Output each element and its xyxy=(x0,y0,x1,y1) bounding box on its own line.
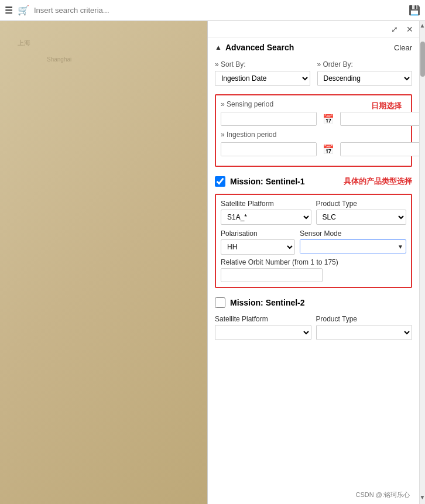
polarisation-select[interactable]: HH VV HH+HV VV+VH xyxy=(221,239,295,255)
product-type-label: Product Type xyxy=(316,200,407,208)
sentinel1-checkbox[interactable] xyxy=(215,176,225,187)
hamburger-icon[interactable]: ☰ xyxy=(5,5,13,16)
top-bar: ☰ 🛒 💾 xyxy=(0,0,425,21)
polarisation-label: Polarisation xyxy=(221,229,295,238)
orbit-label: Relative Orbit Number (from 1 to 175) xyxy=(221,258,406,266)
sensor-mode-group: Sensor Mode IW ▼ xyxy=(300,229,406,255)
sensing-date-row: 2022/09/01 📅 2023/09/21 📅 xyxy=(221,112,406,126)
search-input[interactable] xyxy=(34,6,404,15)
sentinel1-options-section: Satellite Platform S1A_* S1B_* ALL Produ… xyxy=(215,194,412,288)
sentinel2-grid: Satellite Platform Product Type xyxy=(215,315,412,340)
sort-order-row: » Sort By: Ingestion Date Sensing Date C… xyxy=(208,57,419,92)
sensing-start-calendar-icon[interactable]: 📅 xyxy=(320,112,337,126)
sentinel1-mission-label: Mission: Sentinel-1 xyxy=(230,177,305,186)
right-panel: ⤢ ✕ ▲ Advanced Search Clear » Sort By: xyxy=(207,21,419,504)
scrollbar-thumb[interactable] xyxy=(420,42,425,77)
order-select[interactable]: Descending Ascending xyxy=(317,71,413,86)
ingestion-end-wrap: 2023/09/21 xyxy=(340,142,419,156)
sensing-period-label: » Sensing period xyxy=(221,100,273,108)
sentinel1-mission-row: Mission: Sentinel-1 具体的产品类型选择 xyxy=(208,172,419,191)
orbit-input[interactable] xyxy=(221,268,323,282)
product-type-group: Product Type SLC GRD OCN xyxy=(316,200,407,225)
sensing-end-input[interactable]: 2023/09/21 xyxy=(341,112,419,125)
order-label: » Order By: xyxy=(317,60,413,68)
orbit-section: Relative Orbit Number (from 1 to 175) xyxy=(221,258,406,282)
sentinel2-options-section: Satellite Platform Product Type xyxy=(208,313,419,345)
sentinel1-annotation: 具体的产品类型选择 xyxy=(344,176,412,187)
sentinel2-checkbox[interactable] xyxy=(215,297,225,308)
s2-satellite-platform-group: Satellite Platform xyxy=(215,315,311,340)
ingestion-end-input[interactable]: 2023/09/21 xyxy=(341,143,419,156)
ingestion-period-label: » Ingestion period xyxy=(221,131,406,139)
s2-product-type-select[interactable] xyxy=(316,325,413,340)
ingestion-start-input[interactable]: 2022/09/01 xyxy=(221,143,316,156)
map-background: 上海 Shanghai xyxy=(0,21,207,504)
s2-product-type-group: Product Type xyxy=(316,315,413,340)
sentinel1-bottom-grid: Polarisation HH VV HH+HV VV+VH Sensor Mo… xyxy=(221,229,406,255)
scroll-down-arrow[interactable]: ▼ xyxy=(419,493,425,502)
sensor-mode-input[interactable]: IW xyxy=(300,240,395,253)
sensor-mode-arrow[interactable]: ▼ xyxy=(395,244,406,250)
date-period-section: » Sensing period 日期选择 2022/09/01 📅 2023/… xyxy=(215,94,412,167)
panel-title: Advanced Search xyxy=(225,43,294,52)
product-type-select[interactable]: SLC GRD OCN xyxy=(316,210,407,225)
expand-button[interactable]: ⤢ xyxy=(389,23,400,35)
ingestion-start-calendar-icon[interactable]: 📅 xyxy=(320,143,337,156)
s2-product-type-label: Product Type xyxy=(316,315,413,323)
satellite-platform-select[interactable]: S1A_* S1B_* ALL xyxy=(221,210,311,225)
panel-top-icons: ⤢ ✕ xyxy=(208,21,419,38)
collapse-icon[interactable]: ▲ xyxy=(215,43,222,52)
advanced-search-header: ▲ Advanced Search Clear xyxy=(208,38,419,57)
scroll-up-arrow[interactable]: ▲ xyxy=(419,21,425,30)
sentinel1-top-grid: Satellite Platform S1A_* S1B_* ALL Produ… xyxy=(221,200,406,225)
sensing-period-header: » Sensing period 日期选择 xyxy=(221,100,406,112)
sensing-end-wrap: 2023/09/21 xyxy=(340,112,419,126)
close-button[interactable]: ✕ xyxy=(404,23,416,35)
sort-select[interactable]: Ingestion Date Sensing Date Cloud Cover xyxy=(215,71,310,86)
s2-satellite-platform-label: Satellite Platform xyxy=(215,315,311,323)
sensing-start-wrap: 2022/09/01 xyxy=(221,112,317,126)
sensor-mode-label: Sensor Mode xyxy=(300,229,406,238)
save-icon[interactable]: 💾 xyxy=(409,5,420,16)
sensor-mode-input-wrap: IW ▼ xyxy=(300,239,406,253)
s2-satellite-platform-select[interactable] xyxy=(215,325,311,340)
polarisation-group: Polarisation HH VV HH+HV VV+VH xyxy=(221,229,295,255)
satellite-platform-label: Satellite Platform xyxy=(221,200,311,208)
scrollbar[interactable]: ▲ ▼ xyxy=(419,21,425,504)
ingestion-start-wrap: 2022/09/01 xyxy=(221,142,317,156)
sensing-start-input[interactable]: 2022/09/01 xyxy=(221,112,316,125)
satellite-platform-group: Satellite Platform S1A_* S1B_* ALL xyxy=(221,200,311,225)
ingestion-date-row: 2022/09/01 📅 2023/09/21 📅 xyxy=(221,142,406,156)
sentinel2-mission-row: Mission: Sentinel-2 xyxy=(208,293,419,313)
cart-icon[interactable]: 🛒 xyxy=(18,5,29,16)
date-annotation: 日期选择 xyxy=(371,101,406,111)
sentinel2-mission-label: Mission: Sentinel-2 xyxy=(230,298,305,307)
clear-button[interactable]: Clear xyxy=(394,43,412,52)
csdn-watermark: CSDN @:铭珂乐心 xyxy=(356,491,410,499)
sort-label: » Sort By: xyxy=(215,60,310,68)
